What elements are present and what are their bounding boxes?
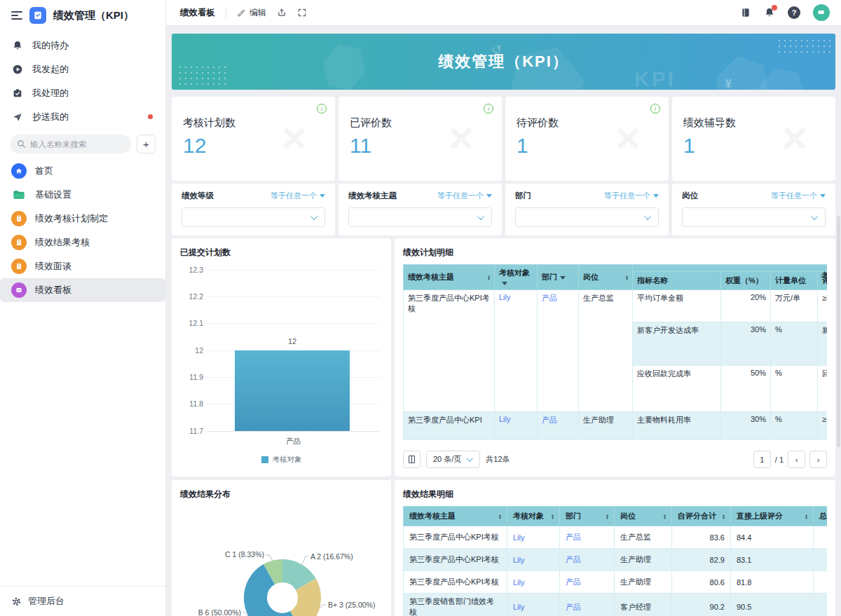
add-app-button[interactable]: +	[137, 135, 156, 153]
sidebar-item-dashboard[interactable]: 绩效看板	[0, 278, 165, 302]
export-button[interactable]	[277, 8, 287, 18]
prev-page-button[interactable]: ‹	[788, 451, 805, 468]
filter-operator[interactable]: 等于任意一个	[604, 191, 659, 201]
admin-backend-link[interactable]: 管理后台	[0, 586, 165, 616]
scrollbar[interactable]	[837, 216, 840, 447]
sort-icon[interactable]: ▴▾	[664, 514, 666, 519]
cell-dept-link[interactable]: 产品	[560, 526, 615, 549]
sort-icon[interactable]: ▴▾	[552, 514, 554, 519]
col-header-self-score[interactable]: 自评分合计▴▾	[672, 507, 731, 526]
sort-icon[interactable]: ▴▾	[626, 275, 628, 280]
sort-icon[interactable]: ▴▾	[723, 514, 725, 519]
fullscreen-button[interactable]	[297, 8, 307, 18]
y-tick: 11.9	[180, 373, 203, 381]
filters-row: 绩效等级 等于任意一个 绩效考核主题 等于任意一个 部门 等于任意一个	[172, 184, 835, 235]
sidebar-search[interactable]	[10, 135, 131, 153]
col-header-indicator[interactable]: 指标名称	[633, 271, 721, 289]
cell-dept-link[interactable]: 产品	[560, 594, 615, 616]
cell-dept-link[interactable]: 产品	[538, 412, 579, 440]
plan-table-scroll-area[interactable]: 绩效考核主题▴▾ 考核对象 部门 岗位▴▾ 考核指标 指标名称 权重（%） 计量…	[403, 264, 827, 445]
cell-target-link[interactable]: Lily	[495, 412, 538, 440]
edit-button[interactable]: 编辑	[237, 7, 266, 19]
sort-icon[interactable]: ▴▾	[488, 275, 490, 280]
col-header-unit[interactable]: 计量单位	[771, 271, 818, 289]
tab-dashboard[interactable]: 绩效看板	[180, 7, 215, 19]
col-header-total-score[interactable]: 总分合计	[814, 507, 828, 526]
donut-chart[interactable]: C 1 (8.33%) A 2 (16.67%) B+ 3 (25.00%) B…	[172, 480, 391, 616]
search-input[interactable]	[30, 140, 124, 149]
admin-backend-label: 管理后台	[28, 595, 64, 608]
divider	[226, 8, 226, 18]
cell-target-link[interactable]: Lily	[507, 549, 560, 571]
filter-operator[interactable]: 等于任意一个	[271, 191, 325, 201]
collapse-menu-icon[interactable]	[11, 11, 22, 20]
home-icon	[11, 163, 27, 179]
col-header-post[interactable]: 岗位▴▾	[579, 265, 633, 290]
column-settings-button[interactable]	[403, 451, 420, 468]
filter-select[interactable]	[515, 207, 659, 227]
filter-grade: 绩效等级 等于任意一个	[172, 184, 335, 235]
triangle-down-icon	[653, 194, 659, 198]
col-header-weight[interactable]: 权重（%）	[721, 271, 771, 289]
sort-icon[interactable]: ▴▾	[606, 514, 608, 519]
sidebar-item-processed[interactable]: 我处理的	[0, 81, 165, 105]
page-size-select[interactable]: 20 条/页	[426, 451, 480, 468]
notification-dot	[148, 114, 153, 119]
cell-total-score	[814, 594, 828, 616]
sidebar-item-initiated[interactable]: 我发起的	[0, 57, 165, 81]
export-icon	[277, 8, 287, 18]
watermark-x: ×	[782, 116, 807, 160]
sidebar-item-basic-settings[interactable]: 基础设置	[0, 183, 165, 207]
pencil-icon	[237, 8, 246, 18]
cell-indicator: 平均订单金额	[633, 290, 721, 322]
journal-button[interactable]	[740, 7, 751, 18]
col-header-dept[interactable]: 部门	[538, 265, 579, 290]
col-header-leader-score[interactable]: 直接上级评分▴▾	[731, 507, 814, 526]
col-header-theme[interactable]: 绩效考核主题▴▾	[404, 265, 495, 290]
notifications-button[interactable]	[764, 7, 775, 18]
sidebar-item-plan-making[interactable]: 绩效考核计划制定	[0, 207, 165, 231]
col-header-target[interactable]: 考核对象	[495, 265, 538, 290]
result-table-scroll-area[interactable]: 绩效考核主题▴▾ 考核对象▴▾ 部门▴▾ 岗位▴▾ 自评分合计▴▾ 直接上级评分…	[403, 506, 827, 616]
sidebar-item-todo[interactable]: 我的待办	[0, 34, 165, 57]
sidebar-item-cc-to-me[interactable]: 抄送我的	[0, 105, 165, 129]
cell-target-link[interactable]: Lily	[507, 594, 560, 616]
filter-select[interactable]	[682, 207, 826, 227]
col-header-target[interactable]: 考核对象▴▾	[507, 507, 560, 526]
col-header-theme[interactable]: 绩效考核主题▴▾	[404, 507, 507, 526]
sort-icon[interactable]: ▴▾	[805, 514, 807, 519]
filter-operator[interactable]: 等于任意一个	[771, 191, 826, 201]
panel-submitted-plans-chart: 已提交计划数 12.3 12.2 12.1 12 11.9 11.8 11.7 …	[172, 238, 391, 477]
filter-icon[interactable]	[502, 282, 507, 285]
panel-plan-detail: 绩效计划明细 绩效考核主题▴▾ 考核对象 部门 岗位▴▾ 考核指标	[395, 238, 835, 477]
cell-target-link[interactable]: Lily	[507, 571, 560, 594]
sort-icon[interactable]: ▴▾	[499, 514, 501, 519]
chart-legend[interactable]: 考核对象	[180, 455, 383, 465]
filter-select[interactable]	[182, 207, 325, 227]
cell-dept-link[interactable]: 产品	[560, 549, 615, 571]
info-icon[interactable]: i	[317, 104, 327, 114]
info-icon[interactable]: i	[650, 104, 660, 114]
filter-select[interactable]	[348, 207, 492, 227]
sidebar-item-home[interactable]: 首页	[0, 159, 165, 183]
sidebar-item-result-assessment[interactable]: 绩效结果考核	[0, 231, 165, 254]
cell-dept-link[interactable]: 产品	[560, 571, 615, 594]
cell-dept-link[interactable]: 产品	[538, 290, 579, 412]
info-icon[interactable]: i	[484, 104, 493, 114]
cell-target-link[interactable]: Lily	[495, 290, 538, 412]
col-header-dept[interactable]: 部门▴▾	[560, 507, 615, 526]
col-header-post[interactable]: 岗位▴▾	[615, 507, 672, 526]
bar-产品[interactable]	[235, 350, 350, 431]
y-tick: 12.3	[180, 266, 203, 274]
panel-result-detail: 绩效结果明细 绩效考核主题▴▾ 考核对象▴▾ 部门▴▾ 岗位▴▾ 自评分合计▴▾…	[395, 480, 835, 616]
page-number-input[interactable]: 1	[753, 451, 771, 468]
next-page-button[interactable]: ›	[809, 451, 827, 468]
filter-operator[interactable]: 等于任意一个	[437, 191, 492, 201]
cell-target-link[interactable]: Lily	[507, 526, 560, 549]
cell-rule: ≥30万 元/单	[818, 290, 828, 322]
sidebar-item-interview[interactable]: 绩效面谈	[0, 254, 165, 278]
help-button[interactable]: ?	[788, 6, 800, 19]
filter-icon[interactable]	[560, 276, 566, 280]
avatar[interactable]	[813, 4, 830, 21]
chevron-down-icon	[811, 213, 818, 220]
